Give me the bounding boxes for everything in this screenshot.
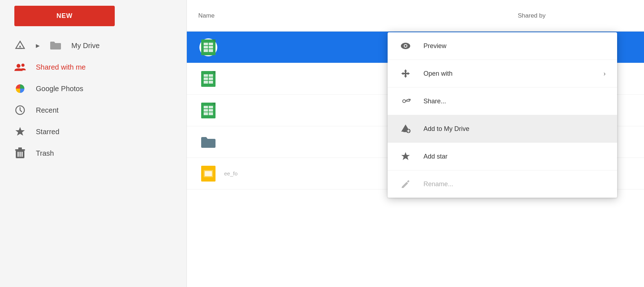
menu-label: Preview [423,42,606,50]
edit-icon [399,178,412,190]
svg-rect-10 [18,152,19,157]
svg-rect-9 [18,147,22,150]
main-content: Name Shared by R [186,0,644,287]
google-photos-icon [14,83,26,94]
recent-icon [14,104,26,116]
svg-point-24 [404,45,407,47]
svg-point-26 [403,100,405,102]
sidebar: NEW ▲ ▶ My Drive Shared with [0,0,186,287]
sidebar-item-shared-with-me[interactable]: Shared with me [0,56,181,78]
menu-item-add-star[interactable]: Add star [388,143,617,170]
sheets-icon [201,71,216,87]
sheets-icon [201,39,216,55]
file-icon-circle [199,38,217,56]
context-menu: Preview Open with › [388,32,617,198]
shared-with-me-icon [14,61,26,73]
column-shared-by-header: Shared by [518,12,633,19]
sidebar-item-google-photos[interactable]: Google Photos [0,78,181,99]
sidebar-item-label-my-drive: My Drive [71,42,100,50]
svg-rect-12 [22,152,23,157]
sheets-icon [201,103,216,118]
my-drive-chevron: ▶ [36,43,40,48]
sidebar-item-trash[interactable]: Trash [0,142,181,164]
menu-label: Rename... [423,180,606,188]
sidebar-item-my-drive[interactable]: ▲ ▶ My Drive [0,35,181,56]
new-button[interactable]: NEW [14,6,115,26]
menu-item-preview[interactable]: Preview [388,32,617,60]
folder-icon [201,136,216,148]
trash-icon [14,147,26,159]
starred-icon [14,126,26,137]
submenu-arrow: › [603,70,606,77]
svg-rect-21 [205,171,212,176]
menu-item-share[interactable]: Share... [388,88,617,115]
sidebar-item-label-google-photos: Google Photos [36,85,83,93]
open-with-icon [399,67,412,80]
add-to-drive-icon [399,122,412,135]
file-icon-cell [198,136,218,148]
file-icon-cell [198,38,218,56]
svg-rect-11 [20,152,21,157]
svg-marker-6 [15,127,25,136]
share-icon [399,95,412,108]
menu-item-add-to-drive[interactable]: Add to My Drive [388,115,617,143]
column-name-header: Name [198,12,518,19]
menu-item-open-with[interactable]: Open with › [388,60,617,88]
menu-label: Add star [423,153,606,160]
menu-item-rename[interactable]: Rename... [388,170,617,198]
svg-marker-34 [401,152,410,160]
menu-label: Open with [423,70,592,77]
menu-label: Share... [423,98,606,105]
svg-point-4 [22,63,25,67]
slides-icon [201,166,216,182]
header-row: Name Shared by [187,0,644,32]
drive-icon: ▲ [14,40,26,51]
svg-text:▲: ▲ [18,44,22,48]
svg-point-3 [16,64,20,68]
sidebar-item-label-recent: Recent [36,106,58,114]
eye-icon [399,39,412,52]
file-icon-cell [198,71,218,87]
svg-point-27 [409,99,411,101]
star-icon [399,150,412,163]
menu-label: Add to My Drive [423,125,606,133]
file-icon-cell [198,103,218,118]
sidebar-item-recent[interactable]: Recent [0,99,181,121]
sidebar-item-label-shared-with-me: Shared with me [36,63,86,71]
ee-fo-label: ee_fo [224,170,238,177]
sidebar-item-label-starred: Starred [36,128,60,136]
sidebar-item-label-trash: Trash [36,149,54,157]
file-icon-cell [198,166,218,182]
svg-line-28 [406,99,409,100]
sidebar-item-starred[interactable]: Starred [0,121,181,142]
my-drive-folder-icon [50,40,61,51]
